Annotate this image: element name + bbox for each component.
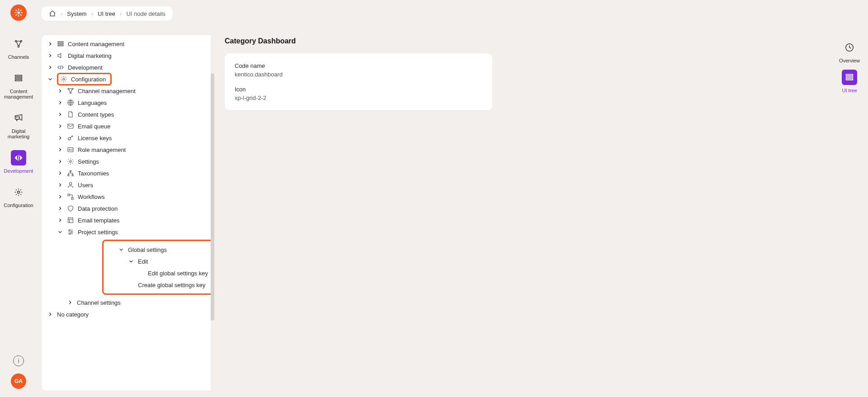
breadcrumb-sep: › — [120, 10, 122, 17]
svg-point-29 — [68, 137, 71, 140]
scrollbar-thumb[interactable] — [211, 73, 214, 321]
tree-node-label: Data protection — [78, 205, 118, 212]
svg-point-26 — [70, 92, 71, 94]
marketing-icon — [57, 52, 64, 59]
context-rail: Overview UI tree — [835, 35, 863, 99]
tree-node-label: Content types — [78, 111, 114, 118]
svg-rect-30 — [68, 147, 73, 151]
svg-rect-39 — [68, 218, 73, 223]
home-icon[interactable] — [49, 10, 56, 17]
tree-node-development[interactable]: Development — [43, 61, 208, 73]
tree-node-label: No category — [57, 311, 89, 318]
tree-node-email-queue[interactable]: Email queue — [43, 120, 208, 132]
template-icon — [67, 217, 74, 224]
chevron-down-icon[interactable] — [57, 229, 63, 235]
tree-node-languages[interactable]: Languages — [43, 97, 208, 109]
nav-development[interactable]: Development — [0, 149, 37, 175]
chevron-right-icon[interactable] — [47, 41, 53, 47]
tree-node-label: Edit — [138, 258, 148, 265]
tree-node-email-templates[interactable]: Email templates — [43, 214, 208, 226]
tree-node-label: Configuration — [71, 76, 106, 83]
tree-node-digital-marketing[interactable]: Digital marketing — [43, 50, 208, 61]
id-icon — [67, 146, 74, 153]
svg-rect-21 — [58, 43, 63, 44]
nav-configuration[interactable]: Configuration — [0, 184, 37, 209]
chevron-right-icon[interactable] — [57, 158, 63, 165]
tree-node-taxonomies[interactable]: Taxonomies — [43, 167, 208, 179]
tree-node-global-settings[interactable]: Global settings — [110, 244, 211, 255]
user-avatar[interactable]: GA — [11, 373, 26, 389]
nav-channels[interactable]: Channels — [0, 35, 37, 61]
gear-icon — [60, 76, 67, 83]
info-button[interactable]: i — [13, 355, 24, 366]
tree-node-license-keys[interactable]: License keys — [43, 132, 208, 144]
tree-node-label: Settings — [78, 158, 99, 165]
chevron-right-icon[interactable] — [57, 88, 63, 94]
chevron-right-icon[interactable] — [57, 194, 63, 200]
svg-point-15 — [18, 191, 20, 194]
chevron-right-icon[interactable] — [57, 111, 63, 118]
tree-node-no-category[interactable]: No category — [43, 308, 208, 320]
chevron-right-icon[interactable] — [57, 135, 63, 141]
tree-node-create-global-key[interactable]: Create global settings key — [110, 279, 211, 291]
chevron-right-icon[interactable] — [57, 170, 63, 176]
svg-rect-37 — [68, 194, 70, 196]
app-logo[interactable] — [10, 5, 27, 21]
tree-node-edit-global-key[interactable]: Edit global settings key — [110, 267, 211, 279]
ui-tree[interactable]: Content management Digital marketing D — [42, 35, 211, 391]
tree-node-data-protection[interactable]: Data protection — [43, 203, 208, 214]
chevron-right-icon[interactable] — [47, 64, 53, 71]
codename-value: kentico.dashboard — [235, 71, 482, 78]
tree-node-configuration[interactable]: Configuration — [43, 73, 208, 85]
tree-node-content-types[interactable]: Content types — [43, 109, 208, 120]
tree-node-role-management[interactable]: Role management — [43, 144, 208, 156]
tree-node-channel-settings[interactable]: Channel settings — [43, 297, 208, 308]
gear-icon — [67, 158, 74, 165]
svg-rect-13 — [15, 77, 22, 79]
svg-point-41 — [71, 232, 72, 233]
avatar-initials: GA — [14, 378, 23, 384]
context-uitree[interactable]: UI tree — [842, 70, 857, 93]
tree-node-workflows[interactable]: Workflows — [43, 191, 208, 203]
chevron-right-icon[interactable] — [57, 123, 63, 129]
tree-node-label: Project settings — [78, 229, 118, 236]
chevron-right-icon[interactable] — [67, 299, 73, 306]
nav-digital-marketing[interactable]: Digital marketing — [0, 109, 37, 140]
svg-rect-17 — [846, 74, 853, 76]
detail-card: Code name kentico.dashboard Icon xp-l-gr… — [225, 53, 492, 110]
svg-rect-34 — [68, 175, 69, 176]
tree-icon — [67, 170, 74, 177]
tree-node-label: Development — [68, 64, 103, 71]
svg-rect-20 — [58, 42, 63, 43]
tree-node-label: Content management — [68, 41, 124, 47]
context-overview[interactable]: Overview — [839, 40, 860, 63]
tree-node-edit[interactable]: Edit — [110, 255, 211, 267]
chevron-down-icon[interactable] — [128, 258, 134, 265]
tree-scrollbar[interactable] — [211, 35, 215, 391]
chevron-right-icon[interactable] — [57, 217, 63, 223]
breadcrumb-item-system[interactable]: System — [67, 10, 86, 17]
icon-value: xp-l-grid-2-2 — [235, 95, 482, 101]
chevron-right-icon[interactable] — [47, 52, 53, 59]
nav-digital-marketing-label: Digital marketing — [2, 128, 35, 139]
tree-node-project-settings[interactable]: Project settings — [43, 226, 208, 238]
chevron-right-icon[interactable] — [57, 205, 63, 212]
breadcrumb-item-uitree[interactable]: UI tree — [98, 10, 115, 17]
chevron-down-icon[interactable] — [118, 246, 124, 253]
tree-node-label: Taxonomies — [78, 170, 109, 177]
highlight-configuration: Configuration — [57, 73, 112, 85]
chevron-down-icon[interactable] — [47, 76, 53, 82]
chevron-right-icon[interactable] — [57, 99, 63, 106]
svg-line-5 — [16, 10, 17, 11]
tree-node-users[interactable]: Users — [43, 179, 208, 191]
tree-node-content-management[interactable]: Content management — [43, 38, 208, 50]
nav-development-label: Development — [4, 168, 33, 174]
tree-node-channel-management[interactable]: Channel management — [43, 85, 208, 97]
chevron-right-icon[interactable] — [57, 182, 63, 188]
tree-node-settings[interactable]: Settings — [43, 156, 208, 167]
chevron-right-icon[interactable] — [57, 147, 63, 153]
chevron-right-icon[interactable] — [47, 311, 53, 317]
tree-node-label: Edit global settings key — [148, 270, 208, 277]
nav-content-management[interactable]: Content management — [0, 70, 37, 100]
tree-node-label: Role management — [78, 147, 126, 153]
